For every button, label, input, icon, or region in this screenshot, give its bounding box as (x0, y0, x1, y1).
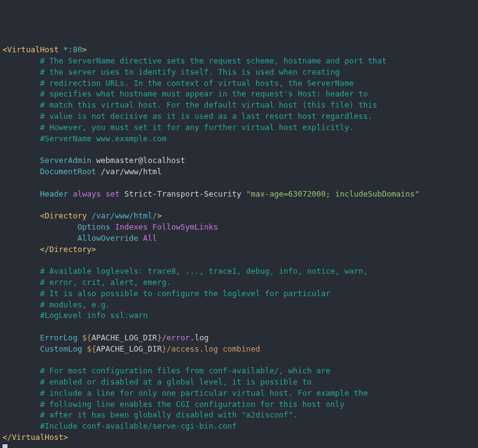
comment: #LogLevel info ssl:warn (40, 310, 148, 320)
comment: # enabled or disabled at a global level,… (40, 377, 312, 386)
bracket: > (82, 45, 87, 54)
keyword: FollowSymLinks (152, 222, 218, 231)
directive-customlog: CustomLog (40, 344, 82, 353)
comment: # after it has been globally disabled wi… (40, 410, 298, 419)
comment: # Available loglevels: trace8, ..., trac… (40, 266, 368, 276)
keyword: Indexes (115, 222, 148, 231)
string: "max-age=63072000; includeSubDomains" (246, 189, 419, 198)
comment: # specifies what hostname must appear in… (40, 89, 368, 98)
directive-errorlog: ErrorLog (40, 333, 77, 342)
keyword: always (73, 189, 101, 198)
keyword: set (106, 189, 120, 198)
directive-serveradmin: ServerAdmin (40, 156, 91, 165)
comment: # It is also possible to configure the l… (40, 289, 330, 298)
comment: # modules, e.g. (40, 300, 110, 309)
var-delim: ${ (87, 344, 96, 353)
comment: # redirection URLs. In the context of vi… (40, 78, 354, 88)
var-delim: }/ (157, 333, 166, 342)
comment: # following line enables the CGI configu… (40, 399, 344, 409)
comment: # The ServerName directive sets the requ… (40, 56, 387, 65)
tag-arg: *:80 (63, 45, 82, 54)
comment: # the server uses to identify itself. Th… (40, 67, 340, 77)
comment: # However, you must set it for any furth… (40, 123, 354, 132)
var-name: APACHE_LOG_DIR (91, 333, 157, 342)
comment: # value is not decisive as it is used as… (40, 111, 372, 121)
value: /var/www/html (101, 167, 162, 176)
tag-virtualhost-close: </VirtualHost> (2, 432, 68, 442)
comment: #Include conf-available/serve-cgi-bin.co… (40, 421, 237, 431)
directive-allowoverride: AllowOverride (77, 233, 138, 243)
directive-options: Options (77, 222, 110, 231)
value: Strict-Transport-Security (124, 189, 241, 198)
code-editor[interactable]: <VirtualHost *:80> # The ServerName dire… (0, 44, 478, 448)
comment: # For most configuration files from conf… (40, 366, 330, 375)
value: webmaster@localhost (96, 156, 185, 165)
bracket: < (2, 45, 7, 54)
directive-documentroot: DocumentRoot (40, 167, 96, 176)
comment: # error, crit, alert, emerg. (40, 278, 171, 287)
comment: # include a line for only one particular… (40, 388, 368, 398)
comment: #ServerName www.example.com (40, 134, 166, 143)
word: error (166, 333, 190, 342)
tag-name: VirtualHost (7, 45, 59, 54)
value: }/access.log combined (162, 344, 260, 353)
directive-header: Header (40, 189, 68, 198)
comment: # match this virtual host. For the defau… (40, 100, 377, 110)
var-delim: ${ (82, 333, 91, 342)
tag-directory-open: <Directory /var/www/html/> (40, 211, 162, 220)
keyword: All (143, 233, 157, 243)
var-name: APACHE_LOG_DIR (96, 344, 162, 353)
cursor (2, 444, 7, 448)
tag-directory-close: </Directory> (40, 245, 96, 254)
tag-virtualhost-open: <VirtualHost *:80> (2, 45, 87, 54)
